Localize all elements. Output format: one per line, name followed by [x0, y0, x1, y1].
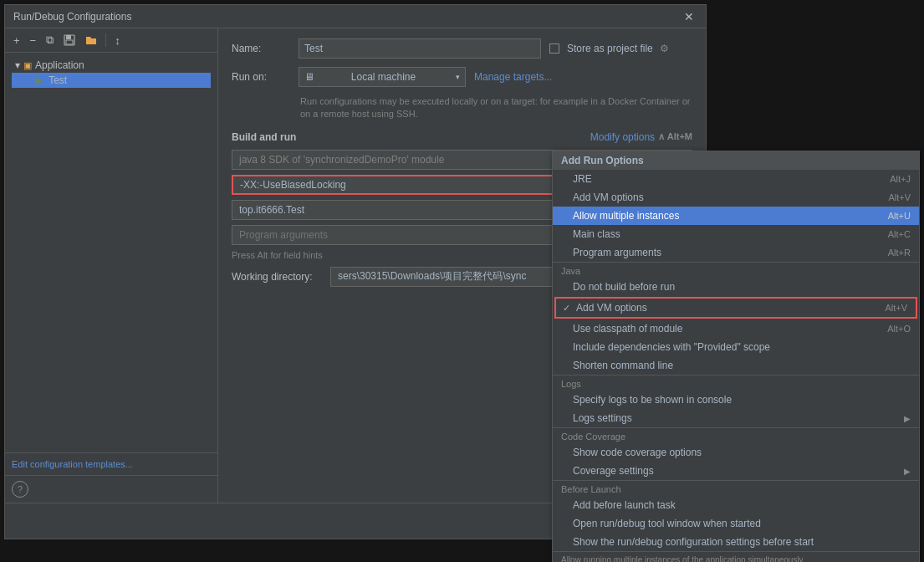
allow-multiple-label: Allow multiple instances [573, 210, 679, 222]
run-on-select[interactable]: 🖥 Local machine ▾ [299, 67, 466, 87]
before-launch-section-label: Before Launch [553, 480, 919, 496]
show-coverage-label: Show code coverage options [573, 447, 702, 458]
run-on-label: Run on: [232, 71, 290, 83]
manage-targets-link[interactable]: Manage targets... [474, 71, 552, 83]
add-config-button[interactable]: + [10, 33, 23, 49]
left-toolbar: + − ⧉ ↕ [5, 28, 217, 53]
run-on-value: Local machine [351, 71, 416, 83]
dialog-titlebar: Run/Debug Configurations ✕ [5, 5, 706, 28]
run-icon: ▶ [35, 74, 43, 86]
menu-header: Add Run Options [553, 151, 919, 170]
menu-item-coverage-settings[interactable]: Coverage settings ▶ [553, 462, 919, 480]
do-not-build-label: Do not build before run [573, 281, 675, 293]
show-settings-label: Show the run/debug configuration setting… [573, 536, 814, 548]
help-button[interactable]: ? [12, 481, 28, 498]
logs-settings-label: Logs settings [573, 412, 632, 424]
copy-config-button[interactable]: ⧉ [43, 32, 57, 49]
include-deps-label: Include dependencies with "Provided" sco… [573, 341, 770, 353]
left-panel: + − ⧉ ↕ [5, 28, 218, 503]
logs-settings-arrow: ▶ [904, 414, 911, 423]
remove-config-button[interactable]: − [27, 33, 40, 49]
tree-group-header[interactable]: ▾ ▣ Application [12, 58, 211, 73]
menu-item-add-before-launch[interactable]: Add before launch task [553, 496, 919, 514]
name-row: Name: Store as project file ⚙ [232, 38, 692, 59]
program-args-shortcut: Alt+R [888, 248, 911, 258]
jre-shortcut: Alt+J [890, 174, 911, 184]
tree-group-label: Application [35, 59, 84, 71]
menu-item-do-not-build[interactable]: Do not build before run [553, 278, 919, 296]
main-class-label: Main class [573, 228, 620, 240]
allow-multiple-shortcut: Alt+U [888, 211, 911, 221]
menu-item-shorten-cmd[interactable]: Shorten command line [553, 356, 919, 375]
folder-config-button[interactable] [82, 33, 100, 48]
dialog-title: Run/Debug Configurations [13, 11, 131, 23]
menu-item-jre[interactable]: JRE Alt+J [553, 170, 919, 188]
coverage-settings-label: Coverage settings [573, 465, 654, 477]
build-run-section-header: Build and run Modify options ∧ Alt+M [232, 131, 692, 143]
working-dir-label: Working directory: [232, 271, 324, 283]
name-input[interactable] [299, 38, 541, 59]
program-args-label: Program arguments [573, 247, 661, 258]
code-coverage-section-label: Code Coverage [553, 427, 919, 443]
run-on-row: Run on: 🖥 Local machine ▾ Manage targets… [232, 67, 692, 87]
shorten-cmd-label: Shorten command line [573, 360, 673, 371]
menu-item-add-vm[interactable]: Add VM options Alt+V [553, 188, 919, 207]
store-checkbox-row: Store as project file ⚙ [549, 43, 669, 54]
chevron-down-icon: ▾ [15, 59, 20, 71]
folder-icon: ▣ [23, 60, 32, 71]
modify-options-keys: ∧ Alt+M [658, 131, 692, 142]
close-button[interactable]: ✕ [681, 10, 697, 23]
edit-templates-link[interactable]: Edit configuration templates... [12, 459, 133, 469]
add-before-launch-label: Add before launch task [573, 499, 676, 511]
store-checkbox[interactable] [549, 43, 559, 54]
menu-item-logs-settings[interactable]: Logs settings ▶ [553, 409, 919, 427]
add-run-options-label: Add Run Options [561, 155, 644, 166]
name-label: Name: [232, 43, 290, 54]
add-vm-options-label: Add VM options [576, 302, 647, 314]
build-run-label: Build and run [232, 131, 296, 143]
menu-item-allow-multiple[interactable]: Allow multiple instances Alt+U [553, 207, 919, 225]
menu-item-main-class[interactable]: Main class Alt+C [553, 225, 919, 243]
specify-logs-label: Specify logs to be shown in console [573, 394, 732, 406]
run-on-icon: 🖥 [304, 71, 314, 83]
chevron-down-icon: ▾ [456, 73, 460, 81]
toolbar-separator [105, 33, 106, 47]
modify-options-button[interactable]: Modify options [590, 131, 655, 143]
jre-label: JRE [573, 173, 592, 185]
menu-item-include-deps[interactable]: Include dependencies with "Provided" sco… [553, 338, 919, 356]
tree-item-test[interactable]: ▶ Test [12, 73, 211, 88]
menu-bottom-hint: Allow running multiple instances of the … [553, 551, 919, 562]
add-vm-shortcut: Alt+V [888, 192, 911, 202]
store-settings-icon[interactable]: ⚙ [660, 43, 669, 54]
svg-rect-1 [66, 35, 71, 39]
java-section-label: Java [553, 262, 919, 278]
use-classpath-shortcut: Alt+O [887, 324, 911, 334]
menu-item-use-classpath[interactable]: Use classpath of module Alt+O [553, 319, 919, 338]
open-run-debug-label: Open run/debug tool window when started [573, 518, 761, 529]
tree-item-label: Test [48, 74, 67, 86]
menu-item-program-args[interactable]: Program arguments Alt+R [553, 243, 919, 262]
menu-item-show-coverage[interactable]: Show code coverage options [553, 443, 919, 462]
add-vm-options-shortcut: Alt+V [885, 303, 907, 313]
menu-item-specify-logs[interactable]: Specify logs to be shown in console [553, 391, 919, 409]
coverage-settings-arrow: ▶ [904, 467, 911, 476]
svg-rect-2 [66, 40, 73, 44]
menu-item-open-run-debug[interactable]: Open run/debug tool window when started [553, 514, 919, 533]
store-label: Store as project file [567, 43, 653, 54]
use-classpath-label: Use classpath of module [573, 323, 682, 335]
tree-group-application: ▾ ▣ Application ▶ Test [5, 56, 217, 89]
menu-item-add-vm-options[interactable]: Add VM options Alt+V [554, 297, 917, 319]
run-on-hint: Run configurations may be executed local… [300, 95, 692, 121]
main-class-shortcut: Alt+C [888, 229, 911, 239]
logs-section-label: Logs [553, 375, 919, 391]
sort-config-button[interactable]: ↕ [111, 33, 124, 49]
menu-item-show-settings[interactable]: Show the run/debug configuration setting… [553, 533, 919, 551]
add-vm-label: Add VM options [573, 192, 644, 203]
config-tree: ▾ ▣ Application ▶ Test [5, 53, 217, 452]
dropdown-menu: Add Run Options JRE Alt+J Add VM options… [552, 151, 920, 562]
save-config-button[interactable] [60, 33, 79, 48]
